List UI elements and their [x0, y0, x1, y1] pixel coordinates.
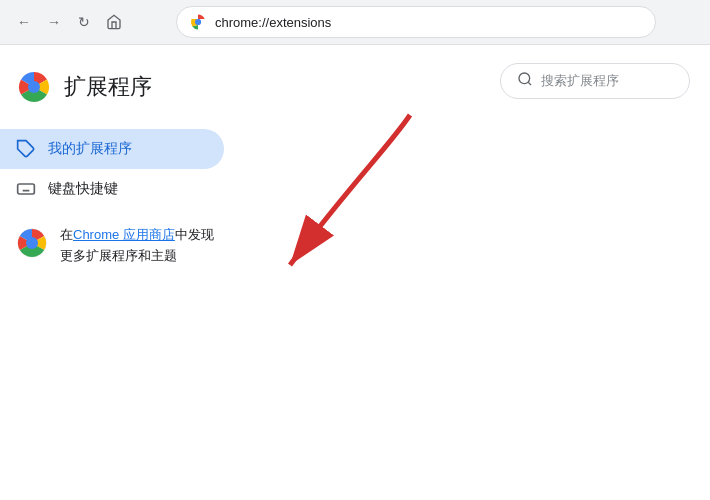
refresh-button[interactable]: ↻: [72, 10, 96, 34]
chrome-logo: [16, 69, 52, 105]
forward-button[interactable]: →: [42, 10, 66, 34]
svg-point-6: [28, 81, 40, 93]
browser-window: ← → ↻ chrome://extensions: [0, 0, 710, 500]
keyboard-icon: [16, 179, 36, 199]
svg-point-1: [195, 19, 201, 25]
red-arrow: [190, 105, 450, 305]
url-display: chrome://extensions: [215, 15, 331, 30]
page-body: 搜索扩展程序 扩: [0, 45, 710, 500]
page-content: 扩展程序 我的扩展程序: [0, 45, 710, 500]
svg-point-11: [26, 237, 38, 249]
svg-rect-8: [18, 184, 35, 194]
sidebar-keyboard-label: 键盘快捷键: [48, 180, 118, 198]
chrome-favicon: [189, 13, 207, 31]
page-title: 扩展程序: [64, 72, 152, 102]
puzzle-icon: [16, 139, 36, 159]
home-button[interactable]: [102, 10, 126, 34]
back-button[interactable]: ←: [12, 10, 36, 34]
store-prefix: 在: [60, 227, 73, 242]
chrome-store-link[interactable]: Chrome 应用商店: [73, 227, 175, 242]
nav-buttons: ← → ↻: [12, 10, 126, 34]
browser-chrome: ← → ↻ chrome://extensions: [0, 0, 710, 45]
sidebar-my-extensions-label: 我的扩展程序: [48, 140, 132, 158]
main-content: [240, 45, 710, 500]
chrome-store-icon: [16, 227, 48, 259]
address-bar[interactable]: chrome://extensions: [176, 6, 656, 38]
